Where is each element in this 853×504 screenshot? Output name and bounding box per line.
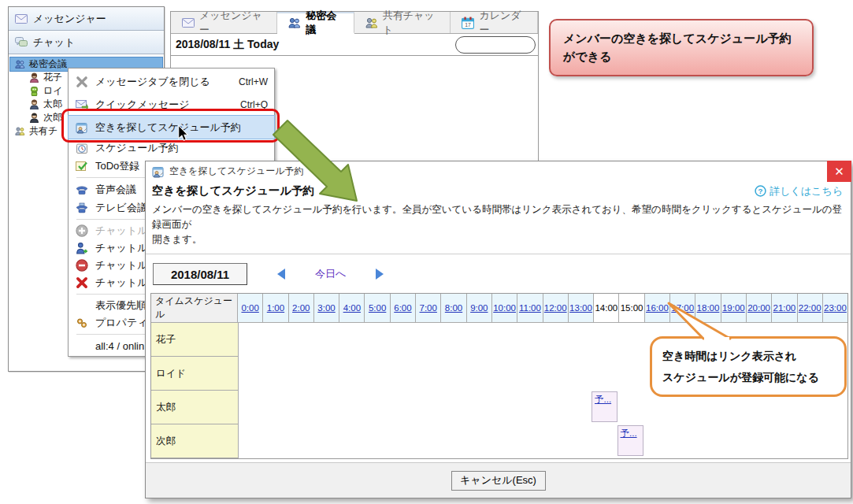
date-picker-button[interactable]: 2018/08/11: [153, 263, 247, 285]
annotation-callout-top: メンバーの空きを探してスケジュール予約 ができる: [549, 19, 814, 76]
time-link[interactable]: 5:00: [369, 303, 386, 313]
time-300[interactable]: 3:00: [313, 294, 339, 322]
menu-item-close-message-tab[interactable]: メッセージタブを閉じるCtrl+W: [69, 70, 274, 93]
time-500[interactable]: 5:00: [364, 294, 389, 322]
sidebar-item-messenger[interactable]: メッセンジャー: [9, 7, 164, 31]
time-link[interactable]: 22:00: [799, 303, 821, 313]
appointment-link[interactable]: 予...: [595, 395, 611, 404]
time-link[interactable]: 11:00: [519, 303, 541, 313]
menu-item-find-free-schedule[interactable]: 空きを探してスケジュール予約: [69, 116, 274, 139]
time-link[interactable]: 13:00: [569, 303, 592, 313]
people-blue-icon: [15, 59, 25, 69]
time-2000[interactable]: 20:00: [746, 294, 771, 322]
time-link[interactable]: 20:00: [747, 303, 770, 313]
avatar-male-icon: [29, 99, 39, 109]
time-link[interactable]: 6:00: [394, 303, 411, 313]
tab-label: メッセンジャー: [199, 9, 265, 37]
time-link[interactable]: 23:00: [824, 303, 847, 313]
time-000[interactable]: 0:00: [238, 294, 262, 322]
sidebar-item-chat[interactable]: チャット: [9, 31, 164, 54]
time-1200[interactable]: 12:00: [543, 294, 568, 322]
people-yellow-icon: [365, 17, 378, 29]
time-1000[interactable]: 10:00: [491, 294, 517, 322]
tree-item-label: 花子: [43, 71, 62, 84]
search-input[interactable]: [455, 36, 536, 54]
sidebar-item-label: メッセンジャー: [33, 12, 106, 26]
tab-shared-chat[interactable]: 共有チャット: [354, 12, 451, 33]
time-link[interactable]: 12:00: [544, 303, 567, 313]
tree-item-label: 次郎: [43, 111, 62, 124]
time-600[interactable]: 6:00: [390, 294, 415, 322]
time-1100[interactable]: 11:00: [517, 294, 542, 322]
chat-bubbles-icon: [15, 36, 28, 49]
schedule-clock-icon: [76, 142, 88, 154]
time-link[interactable]: 1:00: [267, 303, 284, 313]
time-link[interactable]: 0:00: [241, 303, 258, 313]
help-link[interactable]: ? 詳しくはこちら: [755, 184, 843, 198]
dialog-titlebar: 空きを探してスケジュール予約: [146, 161, 851, 181]
annotation-line: スケジュールが登録可能になる: [662, 367, 834, 388]
date-header: 2018/08/11 土 Today: [176, 38, 279, 52]
time-1700[interactable]: 17:00: [669, 294, 695, 322]
time-link[interactable]: 18:00: [697, 303, 720, 313]
tab-secret-meeting[interactable]: 秘密会議: [277, 12, 354, 34]
screenshot-root: メッセンジャー チャット 秘密会議花子ロイ太郎次郎共有チ メッセンジャー秘密会議…: [0, 0, 853, 504]
help-link-label: 詳しくはこちら: [770, 184, 843, 198]
time-700[interactable]: 7:00: [415, 294, 440, 322]
time-link[interactable]: 21:00: [773, 303, 796, 313]
menu-item-shortcut: Ctrl+W: [239, 76, 268, 87]
today-link[interactable]: 今日へ: [315, 267, 346, 281]
time-link[interactable]: 8:00: [445, 303, 462, 313]
time-1800[interactable]: 18:00: [695, 294, 720, 322]
tab-messenger[interactable]: メッセンジャー: [171, 12, 277, 33]
previous-day-arrow[interactable]: [277, 269, 285, 280]
time-link[interactable]: 4:00: [343, 303, 361, 313]
todo-check-icon: [76, 160, 88, 172]
avatar-male2-icon: [29, 113, 39, 123]
member-row: 次郎: [151, 424, 847, 458]
dialog-description: メンバーの空きを探してスケジュール予約を行います。全員が空いている時間帯はリンク…: [146, 198, 851, 246]
time-2200[interactable]: 22:00: [797, 294, 822, 322]
menu-item-quick-message[interactable]: クイックメッセージCtrl+Q: [69, 93, 274, 116]
time-400[interactable]: 4:00: [339, 294, 364, 322]
time-link[interactable]: 7:00: [420, 303, 437, 313]
time-link[interactable]: 19:00: [722, 303, 745, 313]
menu-item-shortcut: Ctrl+Q: [240, 99, 268, 110]
tab-label: 共有チャット: [383, 9, 439, 37]
time-800[interactable]: 8:00: [440, 294, 465, 322]
tree-item-label: 共有チ: [29, 124, 57, 138]
time-1500: 15:00: [618, 294, 643, 322]
calendar-icon: 17: [462, 17, 474, 29]
time-1300[interactable]: 13:00: [568, 294, 593, 322]
dialog-footer: キャンセル(Esc): [146, 462, 851, 498]
time-1900[interactable]: 19:00: [721, 294, 746, 322]
time-link[interactable]: 17:00: [671, 303, 694, 313]
menu-item-label: 空きを探してスケジュール予約: [95, 120, 268, 135]
member-name: 次郎: [151, 424, 239, 458]
time-2100[interactable]: 21:00: [771, 294, 796, 322]
annotation-line: 空き時間はリンク表示され: [662, 346, 834, 367]
next-day-arrow[interactable]: [376, 269, 384, 280]
menu-item-schedule-reserve[interactable]: スケジュール予約: [69, 139, 274, 157]
time-2300[interactable]: 23:00: [822, 294, 847, 322]
cancel-button[interactable]: キャンセル(Esc): [451, 471, 546, 491]
time-100[interactable]: 1:00: [262, 294, 287, 322]
tree-item-label: 秘密会議: [29, 57, 67, 71]
time-200[interactable]: 2:00: [288, 294, 313, 322]
people-yellow-icon: [15, 126, 25, 136]
time-link[interactable]: 3:00: [317, 303, 335, 313]
time-link[interactable]: 16:00: [646, 303, 669, 313]
svg-text:?: ?: [758, 187, 763, 195]
time-link[interactable]: 10:00: [493, 303, 516, 313]
time-900[interactable]: 9:00: [466, 294, 491, 322]
menu-item-label: クイックメッセージ: [95, 98, 233, 112]
appointment-link[interactable]: 予...: [621, 428, 637, 438]
time-link[interactable]: 9:00: [470, 303, 488, 313]
time-link[interactable]: 2:00: [292, 303, 310, 313]
annotation-line: ができる: [563, 47, 799, 65]
tab-calendar[interactable]: 17カレンダー: [451, 12, 538, 33]
date-header-bar: 2018/08/11 土 Today: [171, 34, 538, 56]
close-button[interactable]: ✕: [827, 161, 851, 182]
phone-icon: [76, 183, 88, 196]
time-1600[interactable]: 16:00: [644, 294, 669, 322]
